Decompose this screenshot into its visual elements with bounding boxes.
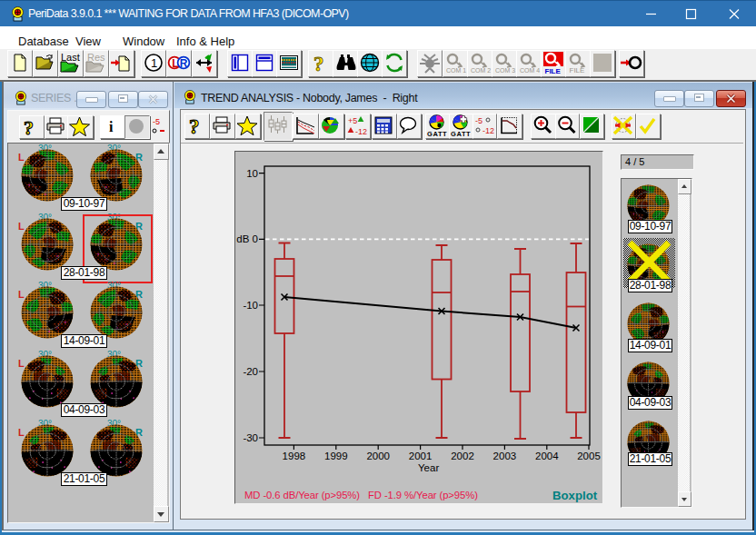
svg-text:-5: -5 (153, 117, 160, 126)
svg-text:-10: -10 (243, 300, 258, 311)
svg-text:1: 1 (151, 56, 157, 70)
svg-text:i: i (109, 119, 114, 134)
svg-text:?: ? (313, 53, 324, 74)
svg-text:?: ? (24, 116, 34, 136)
svg-text:2003: 2003 (493, 451, 517, 461)
svg-text:-20: -20 (243, 366, 258, 377)
svg-text:Res: Res (87, 52, 105, 63)
svg-text:+5: +5 (348, 116, 357, 125)
svg-text:GATT: GATT (451, 130, 471, 137)
svg-text:MD -0.6 dB/Year (p>95%) FD -: MD -0.6 dB/Year (p>95%) FD -1.9 %/Year (… (244, 490, 478, 500)
svg-text:10: 10 (246, 168, 258, 179)
svg-text:COM 4: COM 4 (520, 67, 540, 74)
svg-text:COM 1: COM 1 (446, 67, 466, 74)
svg-text:FILE: FILE (570, 66, 585, 74)
svg-text:Boxplot: Boxplot (552, 489, 598, 502)
svg-text:-12: -12 (355, 127, 367, 136)
svg-text:2002: 2002 (451, 451, 474, 461)
svg-text:dB 0: dB 0 (236, 233, 258, 244)
svg-text:Year: Year (418, 462, 439, 473)
svg-text:-5: -5 (475, 116, 482, 125)
svg-text:1998: 1998 (283, 451, 306, 461)
svg-text:-12: -12 (482, 126, 494, 135)
svg-text:2005: 2005 (577, 451, 601, 461)
svg-text:-30: -30 (243, 432, 258, 443)
svg-text:FILE: FILE (545, 67, 562, 74)
svg-text:R: R (180, 57, 188, 70)
svg-text:?: ? (189, 115, 200, 136)
svg-text:1999: 1999 (324, 451, 348, 461)
svg-text:COM 3: COM 3 (495, 67, 515, 74)
svg-text:GATT: GATT (427, 130, 447, 137)
svg-text:2004: 2004 (535, 451, 559, 461)
svg-text:COM 2: COM 2 (471, 67, 491, 74)
svg-text:Last: Last (61, 52, 80, 63)
svg-text:2000: 2000 (366, 451, 390, 461)
svg-text:2001: 2001 (409, 451, 433, 461)
